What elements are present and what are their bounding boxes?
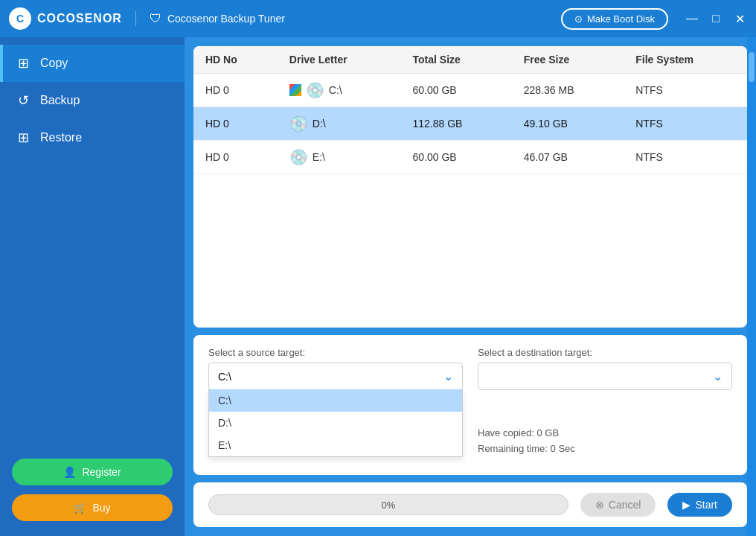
source-label: Select a source target: <box>208 347 463 358</box>
cancel-icon: ⊗ <box>595 499 604 511</box>
scrollbar[interactable] <box>747 37 756 536</box>
cell-total: 60.00 GB <box>401 74 512 107</box>
restore-icon: ⊞ <box>15 130 31 146</box>
cell-total: 112.88 GB <box>401 107 512 141</box>
cell-free: 49.10 GB <box>512 107 624 141</box>
logo-icon: C <box>9 7 31 30</box>
window-controls: — □ ✕ <box>685 11 747 26</box>
have-copied: Have copied: 0 GB <box>478 427 732 438</box>
maximize-button[interactable]: □ <box>708 11 723 26</box>
shield-icon: 🛡 <box>150 12 161 25</box>
dest-select[interactable]: ⌄ <box>478 363 732 390</box>
content-area: HD No Drive Letter Total Size Free Size … <box>185 37 756 536</box>
drive-table: HD No Drive Letter Total Size Free Size … <box>193 46 747 174</box>
cell-fs: NTFS <box>624 107 747 141</box>
sidebar-item-restore[interactable]: ⊞ Restore <box>0 119 185 156</box>
cell-hd: HD 0 <box>193 74 278 107</box>
register-button[interactable]: 👤 Register <box>12 459 173 485</box>
table-row[interactable]: HD 0 💿 C:\ 60.00 GB 228.36 MB NTFS <box>193 74 747 107</box>
cell-drive: 💿 C:\ <box>278 74 401 107</box>
hdd-icon: 💿 <box>306 81 324 99</box>
buy-button[interactable]: 🛒 Buy <box>12 494 173 521</box>
hdd-icon: 💿 <box>289 115 308 133</box>
hdd-icon: 💿 <box>289 148 308 166</box>
col-fs: File System <box>624 46 747 74</box>
dest-label: Select a destination target: <box>478 347 732 358</box>
copy-icon: ⊞ <box>15 55 31 71</box>
dest-select-group: Select a destination target: ⌄ Have copi… <box>478 347 732 454</box>
cell-fs: NTFS <box>624 74 747 107</box>
cell-drive: 💿 E:\ <box>278 141 401 174</box>
cell-total: 60.00 GB <box>401 141 512 174</box>
main-layout: ⊞ Copy ↺ Backup ⊞ Restore 👤 Register 🛒 B… <box>0 37 756 536</box>
cell-fs: NTFS <box>624 141 747 174</box>
scroll-thumb <box>749 52 755 82</box>
cell-drive: 💿 D:\ <box>278 107 401 141</box>
col-total-size: Total Size <box>401 46 512 74</box>
sidebar-item-backup[interactable]: ↺ Backup <box>0 82 185 119</box>
start-button[interactable]: ▶ Start <box>667 493 732 517</box>
backup-icon: ↺ <box>15 92 31 109</box>
cart-icon: 🛒 <box>74 502 86 514</box>
minimize-button[interactable]: — <box>685 11 699 26</box>
source-option-c[interactable]: C:\ <box>209 389 462 412</box>
sidebar-item-copy[interactable]: ⊞ Copy <box>0 45 185 82</box>
table-row[interactable]: HD 0 💿 E:\ 60.00 GB 46.07 GB NTFS <box>193 141 747 174</box>
cell-free: 46.07 GB <box>512 141 624 174</box>
col-hd-no: HD No <box>193 46 278 74</box>
cell-hd: HD 0 <box>193 141 278 174</box>
logo-area: C COCOSENOR <box>9 7 122 30</box>
make-boot-disk-button[interactable]: ⊙ Make Boot Disk <box>561 8 668 30</box>
col-drive-letter: Drive Letter <box>278 46 401 74</box>
boot-icon: ⊙ <box>574 13 583 25</box>
remaining-time: Remaining time: 0 Sec <box>478 443 732 454</box>
windows-icon <box>289 84 301 96</box>
source-dropdown[interactable]: C:\ D:\ E:\ <box>208 389 463 457</box>
source-option-e[interactable]: E:\ <box>209 434 462 456</box>
sidebar-bottom: 👤 Register 🛒 Buy <box>0 444 185 536</box>
close-button[interactable]: ✕ <box>732 11 747 26</box>
source-chevron-icon: ⌄ <box>443 369 453 383</box>
register-icon: 👤 <box>63 466 76 478</box>
app-title: Cocosenor Backup Tuner <box>167 13 285 25</box>
cell-hd: HD 0 <box>193 107 278 141</box>
source-select[interactable]: C:\ ⌄ <box>208 363 463 390</box>
source-select-group: Select a source target: C:\ ⌄ C:\ D:\ E:… <box>208 347 463 454</box>
title-divider <box>135 11 136 26</box>
dest-info: Have copied: 0 GB Remaining time: 0 Sec <box>478 427 732 454</box>
start-icon: ▶ <box>682 499 691 511</box>
app-title-area: 🛡 Cocosenor Backup Tuner <box>150 12 554 25</box>
source-dest-row: Select a source target: C:\ ⌄ C:\ D:\ E:… <box>208 347 732 454</box>
drive-table-panel: HD No Drive Letter Total Size Free Size … <box>193 46 747 328</box>
table-row[interactable]: HD 0 💿 D:\ 112.88 GB 49.10 GB NTFS <box>193 107 747 141</box>
cancel-button[interactable]: ⊗ Cancel <box>580 493 656 517</box>
progress-panel: 0% ⊗ Cancel ▶ Start <box>193 482 747 527</box>
dest-chevron-icon: ⌄ <box>713 369 723 383</box>
title-bar: C COCOSENOR 🛡 Cocosenor Backup Tuner ⊙ M… <box>0 0 756 37</box>
source-select-wrapper: C:\ ⌄ C:\ D:\ E:\ <box>208 363 463 390</box>
col-free-size: Free Size <box>512 46 624 74</box>
progress-text: 0% <box>382 500 396 511</box>
spacer <box>478 390 732 405</box>
source-option-d[interactable]: D:\ <box>209 412 462 434</box>
control-panel: Select a source target: C:\ ⌄ C:\ D:\ E:… <box>193 335 747 475</box>
progress-bar-container: 0% <box>208 494 568 515</box>
sidebar: ⊞ Copy ↺ Backup ⊞ Restore 👤 Register 🛒 B… <box>0 37 185 536</box>
cell-free: 228.36 MB <box>512 74 624 107</box>
logo-text: COCOSENOR <box>37 12 122 25</box>
